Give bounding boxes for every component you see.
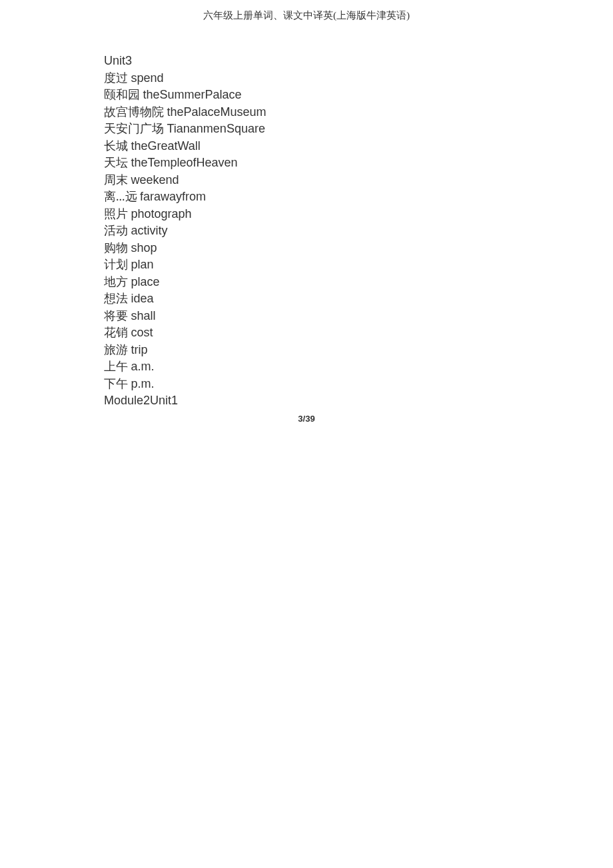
vocab-line: 天安门广场 TiananmenSquare bbox=[104, 121, 613, 138]
vocab-cn: 周末 bbox=[104, 173, 131, 187]
vocab-line: 天坛 theTempleofHeaven bbox=[104, 155, 613, 172]
vocab-line: 地方 place bbox=[104, 274, 613, 291]
vocab-en: farawayfrom bbox=[140, 190, 206, 203]
vocab-cn: 天安门广场 bbox=[104, 122, 167, 135]
vocab-line: 购物 shop bbox=[104, 240, 613, 257]
vocab-en: trip bbox=[131, 343, 148, 356]
vocab-line: 颐和园 theSummerPalace bbox=[104, 87, 613, 104]
page-number: 3/39 bbox=[0, 414, 613, 424]
vocab-line: 旅游 trip bbox=[104, 342, 613, 359]
vocab-cn: 旅游 bbox=[104, 343, 131, 356]
vocab-en: cost bbox=[131, 326, 153, 339]
vocab-en: thePalaceMuseum bbox=[167, 105, 267, 119]
vocab-en: photograph bbox=[131, 207, 192, 220]
vocab-line: 下午 p.m. bbox=[104, 376, 613, 393]
vocab-cn: 故宫博物院 bbox=[104, 105, 167, 119]
vocab-en: p.m. bbox=[131, 377, 155, 390]
vocab-en: theGreatWall bbox=[131, 139, 201, 153]
vocab-en: theTempleofHeaven bbox=[131, 156, 238, 169]
page-header: 六年级上册单词、课文中译英(上海版牛津英语) bbox=[0, 0, 613, 22]
vocab-en: idea bbox=[131, 292, 154, 305]
vocab-cn: 将要 bbox=[104, 309, 131, 322]
vocab-cn: 下午 bbox=[104, 377, 131, 390]
vocab-line: 花销 cost bbox=[104, 324, 613, 342]
vocab-list: Unit3度过 spend颐和园 theSummerPalace故宫博物院 th… bbox=[104, 53, 613, 410]
vocab-line: 计划 plan bbox=[104, 256, 613, 274]
vocab-en: spend bbox=[131, 71, 164, 85]
vocab-cn: 上午 bbox=[104, 360, 131, 373]
vocab-en: a.m. bbox=[131, 360, 155, 373]
vocab-cn: 想法 bbox=[104, 292, 131, 305]
vocab-en: shall bbox=[131, 309, 156, 322]
vocab-cn: 长城 bbox=[104, 139, 131, 153]
vocab-line: 上午 a.m. bbox=[104, 358, 613, 376]
vocab-cn: 地方 bbox=[104, 275, 131, 288]
vocab-cn: 计划 bbox=[104, 258, 131, 271]
vocab-line: 照片 photograph bbox=[104, 206, 613, 223]
vocab-en: shop bbox=[131, 241, 157, 254]
vocab-line: Unit3 bbox=[104, 53, 613, 70]
vocab-en: Unit3 bbox=[104, 54, 132, 67]
vocab-en: weekend bbox=[131, 173, 179, 187]
document-page: 六年级上册单词、课文中译英(上海版牛津英语) Unit3度过 spend颐和园 … bbox=[0, 0, 613, 424]
vocab-en: theSummerPalace bbox=[143, 88, 242, 101]
vocab-line: 故宫博物院 thePalaceMuseum bbox=[104, 104, 613, 121]
vocab-line: 周末 weekend bbox=[104, 172, 613, 189]
vocab-en: TiananmenSquare bbox=[167, 122, 265, 135]
vocab-line: 离...远 farawayfrom bbox=[104, 189, 613, 206]
vocab-en: activity bbox=[131, 224, 168, 237]
vocab-cn: 天坛 bbox=[104, 156, 131, 169]
vocab-cn: 离...远 bbox=[104, 190, 140, 203]
vocab-line: 想法 idea bbox=[104, 290, 613, 308]
vocab-cn: 颐和园 bbox=[104, 88, 143, 101]
vocab-en: Module2Unit1 bbox=[104, 394, 178, 407]
vocab-cn: 购物 bbox=[104, 241, 131, 254]
vocab-cn: 花销 bbox=[104, 326, 131, 339]
vocab-cn: 活动 bbox=[104, 224, 131, 237]
vocab-en: plan bbox=[131, 258, 154, 271]
vocab-line: 活动 activity bbox=[104, 222, 613, 240]
vocab-line: 将要 shall bbox=[104, 308, 613, 325]
vocab-line: Module2Unit1 bbox=[104, 392, 613, 410]
vocab-line: 长城 theGreatWall bbox=[104, 138, 613, 155]
vocab-cn: 照片 bbox=[104, 207, 131, 220]
vocab-cn: 度过 bbox=[104, 71, 131, 85]
vocab-line: 度过 spend bbox=[104, 70, 613, 87]
vocab-en: place bbox=[131, 275, 160, 288]
